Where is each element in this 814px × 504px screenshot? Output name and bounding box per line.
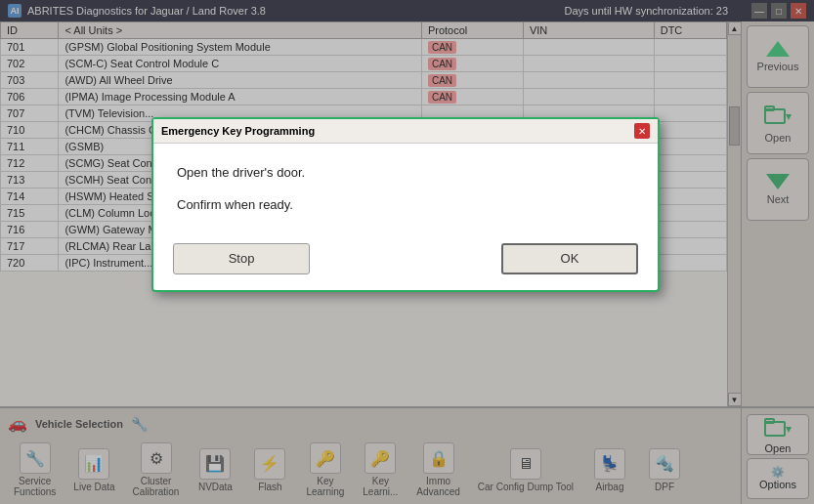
modal-buttons: Stop OK: [153, 243, 658, 290]
app-body: ID < All Units > Protocol VIN DTC 701(GP…: [0, 21, 814, 504]
modal-body: Open the driver's door. Confirm when rea…: [153, 144, 658, 243]
modal-title: Emergency Key Programming: [161, 125, 315, 137]
emergency-key-modal: Emergency Key Programming ✕ Open the dri…: [151, 117, 660, 292]
modal-line1: Open the driver's door.: [177, 163, 634, 184]
modal-close-button[interactable]: ✕: [634, 123, 650, 139]
ok-button[interactable]: OK: [501, 243, 638, 274]
modal-overlay: Emergency Key Programming ✕ Open the dri…: [0, 0, 814, 504]
modal-line2: Confirm when ready.: [177, 195, 634, 216]
modal-title-bar: Emergency Key Programming ✕: [153, 119, 658, 144]
stop-button[interactable]: Stop: [173, 243, 310, 274]
